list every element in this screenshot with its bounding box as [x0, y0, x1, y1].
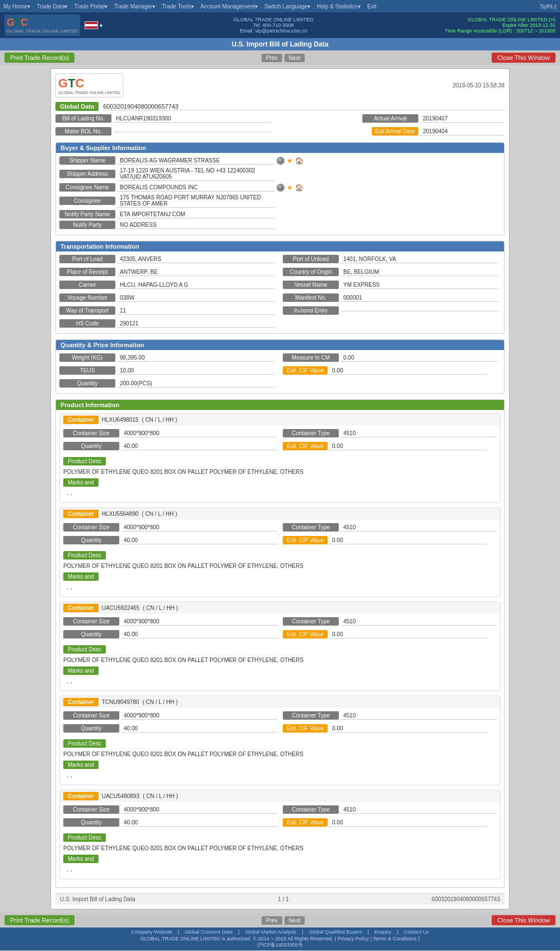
- buyer-supplier-header: Buyer & Supplier Information: [56, 143, 504, 153]
- nav-tradeportal[interactable]: Trade Portal▾: [74, 3, 108, 10]
- footer-company-website[interactable]: Company Website: [131, 929, 172, 935]
- nav-trademanager[interactable]: Trade Manager▾: [114, 3, 155, 10]
- icp-number: 沪ICP备14033305号: [257, 941, 303, 949]
- global-data-row: Global Data 6003201904080000657743: [55, 102, 505, 111]
- bottom-next-button[interactable]: Next: [284, 916, 305, 925]
- global-data-value: 6003201904080000657743: [103, 103, 505, 110]
- footer-record-id: 6003201904080000657743: [432, 896, 500, 902]
- footer-global-buyers[interactable]: Global Qualified Buyers: [309, 929, 362, 935]
- teus-label: TEUS: [59, 366, 115, 375]
- product-desc-button-1[interactable]: Product Desc: [63, 551, 106, 560]
- product-info-body: Container HLXU6498015 ( CN / L / HH ) Co…: [56, 410, 504, 887]
- next-button[interactable]: Next: [284, 54, 305, 62]
- record-header: GTC GLOBAL TRADE ONLINE LIMITED 2019-05-…: [55, 73, 505, 97]
- c4-row1: Container Size 4000*900*800 Container Ty…: [63, 805, 497, 816]
- container-block-3: Container TCNU9049780 ( CN / L / HH ) Co…: [59, 696, 501, 785]
- port-unload-value: 1401, NORFOLK, VA: [341, 255, 498, 263]
- c2-type-field: Container Type 4510: [283, 617, 497, 626]
- nav-help[interactable]: Help & Statistics▾: [317, 3, 361, 10]
- bottom-print-button[interactable]: Print Trade Record(s): [4, 915, 74, 925]
- nav-exit[interactable]: Exit: [367, 3, 377, 10]
- footer-global-market[interactable]: Global Market Analysis: [245, 929, 297, 935]
- marks-button-1[interactable]: Marks and: [63, 572, 99, 581]
- home-icon[interactable]: 🏠: [295, 157, 304, 165]
- port-load-label: Port of Load: [59, 255, 115, 263]
- product-desc-button-3[interactable]: Product Desc: [63, 739, 106, 748]
- container-label-0: Container: [63, 416, 99, 424]
- vessel-name-label: Vessel Name: [283, 281, 339, 289]
- toolbar-left: Print Trade Record(s): [4, 53, 74, 63]
- page-title: U.S. Import Bill of Lading Data: [0, 38, 560, 50]
- footer-page-info: 1 / 1: [278, 896, 288, 902]
- c0-qty-field: Quantity 40.00: [63, 442, 277, 450]
- star-icon[interactable]: ★: [287, 157, 293, 165]
- teus-value: 10.00: [118, 367, 274, 375]
- bottom-toolbar-right: Close This Window: [492, 915, 556, 925]
- c0-cif-field: Esti. CIF Value 0.00: [283, 442, 497, 450]
- nav-language[interactable]: Switch Language▾: [264, 3, 310, 10]
- consignee-home-icon[interactable]: 🏠: [295, 184, 304, 192]
- marks-button-3[interactable]: Marks and: [63, 761, 99, 769]
- port-load-field: Port of Load 42305, ANVERS: [59, 255, 277, 263]
- record-gtc-logo: GTC: [58, 76, 120, 91]
- nav-tradetools[interactable]: Trade Tools▾: [162, 3, 194, 10]
- product-desc-button-4[interactable]: Product Desc: [63, 833, 106, 842]
- way-transport-field: Way of Transport 11: [59, 306, 277, 315]
- c0-qty-label: Quantity: [63, 442, 119, 450]
- hs-code-label: HS Code: [59, 319, 115, 328]
- quantity-main-label: Quantity: [59, 379, 115, 388]
- consignee-star-icon[interactable]: ★: [287, 184, 293, 192]
- nav-tradedata[interactable]: Trade Data▾: [37, 3, 68, 10]
- product-desc-button-0[interactable]: Product Desc: [63, 457, 106, 465]
- c4-size-field: Container Size 4000*900*800: [63, 805, 277, 814]
- measure-value: 0.00: [341, 354, 498, 362]
- marks-button-2[interactable]: Marks and: [63, 666, 99, 675]
- product-info-header: Product Information: [56, 400, 504, 410]
- manifest-value: 000001: [341, 294, 498, 302]
- c4-size-label: Container Size: [63, 805, 119, 814]
- product-desc-button-2[interactable]: Product Desc: [63, 645, 106, 654]
- container-label-3: Container: [63, 698, 99, 706]
- place-receipt-label: Place of Receipt: [59, 268, 115, 276]
- consignee-search-icon[interactable]: 🔍: [277, 184, 284, 192]
- footer-enquiry[interactable]: Enquiry: [375, 929, 392, 935]
- nav-items: My Home▾ Trade Data▾ Trade Portal▾ Trade…: [3, 3, 376, 10]
- c2-type-value: 4510: [341, 618, 497, 626]
- marks-button-4[interactable]: Marks and: [63, 855, 99, 863]
- c1-cif-label: Esti. CIF Value: [283, 536, 328, 544]
- c1-size-field: Container Size 4000*900*800: [63, 523, 277, 532]
- site-footer: Company Website | Global Customs Data | …: [0, 927, 560, 950]
- nav-buttons: Prev Next: [262, 54, 305, 62]
- container-body-3: Container Size 4000*900*800 Container Ty…: [60, 708, 500, 785]
- c1-cif-field: Esti. CIF Value 0.00: [283, 536, 497, 544]
- c2-qty-field: Quantity 40.00: [63, 630, 277, 638]
- close-button[interactable]: Close This Window: [492, 53, 556, 63]
- nav-accountmgmt[interactable]: Account Management▾: [200, 3, 258, 10]
- c1-qty-value: 40.00: [122, 537, 277, 544]
- bottom-close-button[interactable]: Close This Window: [492, 915, 556, 925]
- prev-button[interactable]: Prev: [262, 54, 282, 62]
- footer-data-type: U.S. Import Bill of Lading Data: [60, 896, 136, 902]
- footer-contact[interactable]: Contact Us: [404, 929, 429, 935]
- c3-size-value: 4000*900*800: [122, 712, 277, 720]
- quantity-price-header: Quantity & Price Information: [56, 340, 504, 350]
- footer-global-customs[interactable]: Global Customs Data: [185, 929, 233, 935]
- actual-arrival-field: Actual Arrival 20190407: [362, 114, 505, 123]
- c2-cif-field: Esti. CIF Value 0.00: [283, 630, 497, 638]
- nav-myhome[interactable]: My Home▾: [3, 3, 30, 10]
- c1-size-value: 4000*900*800: [122, 524, 277, 532]
- container-header-3: Container TCNU9049780 ( CN / L / HH ): [60, 696, 500, 708]
- way-transport-label: Way of Transport: [59, 306, 115, 315]
- c2-row2: Quantity 40.00 Esti. CIF Value 0.00: [63, 630, 497, 641]
- container-header-4: Container UACU5480893 ( CN / L / HH ): [60, 790, 500, 802]
- print-button[interactable]: Print Trade Record(s): [4, 53, 74, 63]
- marks-button-0[interactable]: Marks and: [63, 478, 99, 487]
- bottom-prev-button[interactable]: Prev: [262, 916, 282, 925]
- search-icon[interactable]: 🔍: [277, 157, 284, 165]
- time-range: Time Range Accessible (LDR) : 200712 ~ 2…: [445, 28, 556, 34]
- country-origin-label: Country of Origin: [283, 268, 339, 276]
- in-bond-label: In-bond Entry: [283, 306, 339, 315]
- container-suffix-3: ( CN / L / HH ): [142, 699, 178, 705]
- c3-cif-field: Esti. CIF Value 0.00: [283, 724, 497, 733]
- c3-cif-value: 0.00: [330, 725, 487, 733]
